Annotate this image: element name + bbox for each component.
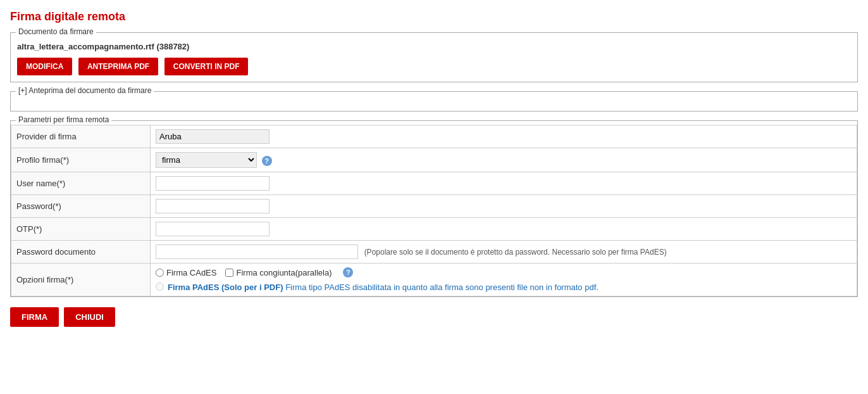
table-row: Opzioni firma(*) Firma CAdES Firma congi… <box>11 264 857 296</box>
document-buttons: MODIFICA ANTEPRIMA PDF CONVERTI IN PDF <box>17 58 851 75</box>
otp-input[interactable] <box>156 222 270 236</box>
params-legend: Parametri per firma remota <box>16 115 111 124</box>
password-label: Password(*) <box>11 195 151 218</box>
filesize: (388782) <box>156 42 189 51</box>
table-row: Profilo firma(*) firma ? <box>11 148 857 172</box>
password-cell <box>151 195 857 218</box>
pades-label: Firma PAdES (Solo per i PDF) <box>168 283 283 292</box>
sign-options-row2: Firma PAdES (Solo per i PDF) Firma tipo … <box>156 283 852 292</box>
password-doc-cell: (Popolare solo se il documento è protett… <box>151 241 857 264</box>
profilo-cell: firma ? <box>151 148 857 172</box>
congiunta-checkbox[interactable] <box>225 269 233 277</box>
preview-section: [+] Anteprima del documento da firmare <box>10 91 858 111</box>
username-input[interactable] <box>156 176 270 191</box>
converti-button[interactable]: CONVERTI IN PDF <box>164 58 249 75</box>
profilo-help-icon[interactable]: ? <box>262 156 272 166</box>
password-doc-input[interactable] <box>156 245 358 259</box>
table-row: OTP(*) <box>11 218 857 241</box>
modifica-button[interactable]: MODIFICA <box>17 58 72 75</box>
page-title: Firma digitale remota <box>10 10 858 23</box>
otp-label: OTP(*) <box>11 218 151 241</box>
params-section: Parametri per firma remota Provider di f… <box>10 120 858 297</box>
profilo-select[interactable]: firma <box>156 152 257 168</box>
provider-input <box>156 129 270 144</box>
table-row: Password(*) <box>11 195 857 218</box>
username-label: User name(*) <box>11 172 151 195</box>
provider-label: Provider di firma <box>11 125 151 148</box>
document-legend: Documento da firmare <box>16 27 96 36</box>
anteprima-button[interactable]: ANTEPRIMA PDF <box>78 58 158 75</box>
footer-buttons: FIRMA CHIUDI <box>10 307 858 327</box>
table-row: Password documento (Popolare solo se il … <box>11 241 857 264</box>
profilo-label: Profilo firma(*) <box>11 148 151 172</box>
username-cell <box>151 172 857 195</box>
sign-options-help-icon[interactable]: ? <box>343 267 353 277</box>
congiunta-text: Firma congiunta(parallela) <box>236 268 332 277</box>
params-table: Provider di firma Profilo firma(*) firma… <box>11 125 857 296</box>
opzioni-label: Opzioni firma(*) <box>11 264 151 296</box>
sign-options-row1: Firma CAdES Firma congiunta(parallela) ? <box>156 267 852 277</box>
cades-text: Firma CAdES <box>166 268 216 277</box>
password-doc-note: (Popolare solo se il documento è protett… <box>364 248 667 257</box>
provider-value-cell <box>151 125 857 148</box>
password-doc-label: Password documento <box>11 241 151 264</box>
sign-options: Firma CAdES Firma congiunta(parallela) ? <box>156 267 852 292</box>
firma-button[interactable]: FIRMA <box>10 307 59 327</box>
table-row: User name(*) <box>11 172 857 195</box>
cades-label[interactable]: Firma CAdES <box>156 268 216 277</box>
pades-radio[interactable] <box>156 283 164 291</box>
password-input[interactable] <box>156 199 270 213</box>
document-info: altra_lettera_accompagnamento.rtf (38878… <box>17 42 851 51</box>
document-section: Documento da firmare altra_lettera_accom… <box>10 32 858 82</box>
table-row: Provider di firma <box>11 125 857 148</box>
pades-text: Firma PAdES (Solo per i PDF) Firma tipo … <box>168 283 598 292</box>
preview-legend: [+] Anteprima del documento da firmare <box>16 86 154 95</box>
opzioni-cell: Firma CAdES Firma congiunta(parallela) ? <box>151 264 857 296</box>
otp-cell <box>151 218 857 241</box>
filename: altra_lettera_accompagnamento.rtf <box>17 42 154 51</box>
pades-disabled-text: Firma tipo PAdES disabilitata in quanto … <box>285 283 598 292</box>
congiunta-label[interactable]: Firma congiunta(parallela) <box>225 268 332 277</box>
cades-radio[interactable] <box>156 269 164 277</box>
chiudi-button[interactable]: CHIUDI <box>64 307 115 327</box>
